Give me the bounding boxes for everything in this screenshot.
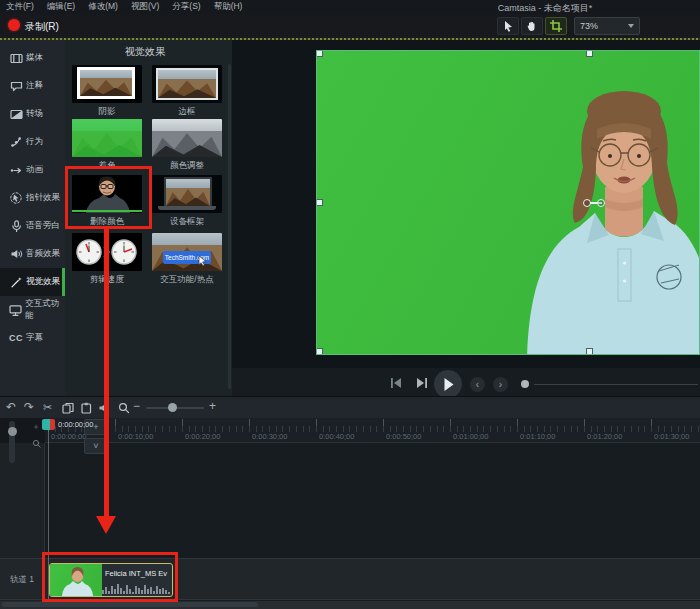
sidebar-item-audio-effects[interactable]: 音频效果: [0, 240, 65, 268]
callout-icon: [9, 80, 23, 93]
canvas: [232, 40, 700, 396]
visual-effects-panel: 视觉效果 阴影 边框 着色 颜色调整: [65, 40, 232, 396]
resize-handle-top-left[interactable]: [316, 50, 323, 57]
next-clip-button[interactable]: ›: [493, 377, 508, 392]
previous-frame-button[interactable]: [388, 376, 404, 390]
resize-handle-bottom-middle[interactable]: [586, 348, 593, 355]
previous-clip-button[interactable]: ‹: [470, 377, 485, 392]
duration-slider-thumb[interactable]: [521, 380, 529, 388]
clip-thumbnail: [50, 564, 102, 596]
duration-slider-track[interactable]: [534, 384, 698, 385]
undo-icon[interactable]: ↶: [6, 401, 16, 413]
effect-label: 边框: [152, 106, 222, 118]
effect-interactive-hotspot[interactable]: TechSmith.com 交互功能/热点: [152, 233, 222, 286]
cc-icon: CC: [9, 333, 23, 343]
playhead-time: 0:00:00;00: [58, 420, 93, 429]
sidebar-item-captions[interactable]: CC字幕: [0, 324, 65, 352]
track-height-slider[interactable]: [9, 421, 15, 463]
sidebar-item-voice-narration[interactable]: 语音旁白: [0, 212, 65, 240]
selection-tool-button[interactable]: [497, 17, 519, 35]
effect-label: 颜色调整: [152, 160, 222, 172]
playhead-green-handle[interactable]: [42, 419, 50, 430]
effect-thumbnail: TechSmith.com: [152, 233, 222, 271]
next-frame-button[interactable]: [414, 376, 430, 390]
track-name: 轨道 1: [10, 574, 34, 586]
effect-label: 剪辑速度: [72, 274, 142, 286]
sidebar-item-cursor-effects[interactable]: 指针效果: [0, 184, 65, 212]
interactivity-icon: [9, 304, 22, 317]
effect-border[interactable]: 边框: [152, 65, 222, 118]
clip-thumbnail-woman: [50, 564, 102, 596]
effect-thumbnail: [72, 65, 142, 103]
effect-clip-speed[interactable]: 剪辑速度: [72, 233, 142, 286]
sidebar-item-visual-effects[interactable]: 视觉效果: [0, 268, 65, 296]
sidebar-item-media[interactable]: 媒体: [0, 44, 65, 72]
playhead-line[interactable]: [48, 429, 49, 601]
resize-handle-middle-left[interactable]: [316, 199, 323, 206]
timeline-zoom-slider-thumb[interactable]: [168, 403, 177, 412]
record-icon: [8, 19, 20, 31]
timeline-toolbar: ↶ ↷ ✂ − +: [0, 396, 700, 418]
sidebar-item-interactivity[interactable]: 交互式功能: [0, 296, 65, 324]
anchor-handle[interactable]: [597, 199, 605, 207]
split-scissors-icon[interactable]: ✂: [43, 401, 52, 413]
sidebar-item-label: 转场: [26, 108, 43, 120]
sidebar-item-label: 动画: [26, 164, 43, 176]
resize-handle-bottom-left[interactable]: [316, 348, 323, 355]
zoom-to-fit-icon[interactable]: [32, 434, 41, 452]
panel-title: 视觉效果: [65, 45, 225, 59]
crop-tool-button[interactable]: [545, 17, 567, 35]
sidebar-item-label: 媒体: [26, 52, 43, 64]
canvas-zoom-dropdown[interactable]: 73%: [574, 17, 640, 35]
track-options-icon[interactable]: ＋: [32, 421, 40, 432]
pan-tool-button[interactable]: [521, 17, 543, 35]
effect-device-frame[interactable]: 设备框架: [152, 175, 222, 228]
record-button[interactable]: 录制(R): [25, 20, 59, 34]
panel-scrollbar[interactable]: [228, 64, 231, 389]
effect-drop-shadow[interactable]: 阴影: [72, 65, 142, 118]
playhead-red-handle[interactable]: [50, 419, 55, 430]
effect-thumbnail: [152, 175, 222, 213]
effect-colorize[interactable]: 着色: [72, 119, 142, 172]
effect-thumbnail: [152, 119, 222, 157]
cursor-effects-icon: [9, 192, 23, 205]
timeline-scrollbar-thumb[interactable]: [2, 602, 258, 607]
menu-edit[interactable]: 编辑(E): [47, 1, 75, 13]
audio-split-icon[interactable]: [98, 402, 110, 416]
effect-color-adjustment[interactable]: 颜色调整: [152, 119, 222, 172]
sidebar-item-label: 指针效果: [26, 192, 60, 204]
menu-help[interactable]: 帮助(H): [214, 1, 243, 13]
effect-label: 删除颜色: [72, 216, 142, 228]
menu-modify[interactable]: 修改(M): [88, 1, 118, 13]
timeline-zoom-in-button[interactable]: +: [209, 400, 216, 412]
sidebar-item-animations[interactable]: 动画: [0, 156, 65, 184]
magnifier-icon: [118, 402, 130, 416]
sidebar-item-label: 语音旁白: [26, 220, 60, 232]
rotation-handle[interactable]: [583, 199, 591, 207]
sidebar-item-label: 注释: [26, 80, 43, 92]
resize-handle-top-middle[interactable]: [586, 50, 593, 57]
redo-icon[interactable]: ↷: [24, 401, 34, 413]
timeline-clip-felicia[interactable]: Felicia INT_MS Ev: [49, 563, 173, 597]
effect-remove-color[interactable]: 删除颜色: [72, 175, 142, 228]
sidebar-item-behaviors[interactable]: 行为: [0, 128, 65, 156]
paste-icon[interactable]: [80, 402, 92, 416]
sidebar-item-transitions[interactable]: 转场: [0, 100, 65, 128]
transition-icon: [9, 108, 23, 121]
microphone-icon: [9, 220, 23, 233]
play-button[interactable]: [434, 370, 462, 398]
ruler-label: 0:00:50;00: [386, 432, 421, 441]
ruler-label: 0:01:10;00: [520, 432, 555, 441]
green-screen-video[interactable]: [316, 50, 700, 355]
ruler-label: 0:01:30;00: [654, 432, 689, 441]
ruler-label: 0:00:40;00: [319, 432, 354, 441]
menu-view[interactable]: 视图(V): [131, 1, 159, 13]
copy-icon[interactable]: [62, 402, 74, 416]
collapse-tracks-button[interactable]: ˅: [84, 438, 108, 454]
track-height-slider-thumb[interactable]: [8, 427, 17, 436]
menu-file[interactable]: 文件(F): [6, 1, 34, 13]
presenter-woman-image: [517, 59, 700, 355]
timeline-zoom-out-button[interactable]: −: [133, 400, 140, 412]
menu-share[interactable]: 分享(S): [172, 1, 200, 13]
sidebar-item-annotations[interactable]: 注释: [0, 72, 65, 100]
